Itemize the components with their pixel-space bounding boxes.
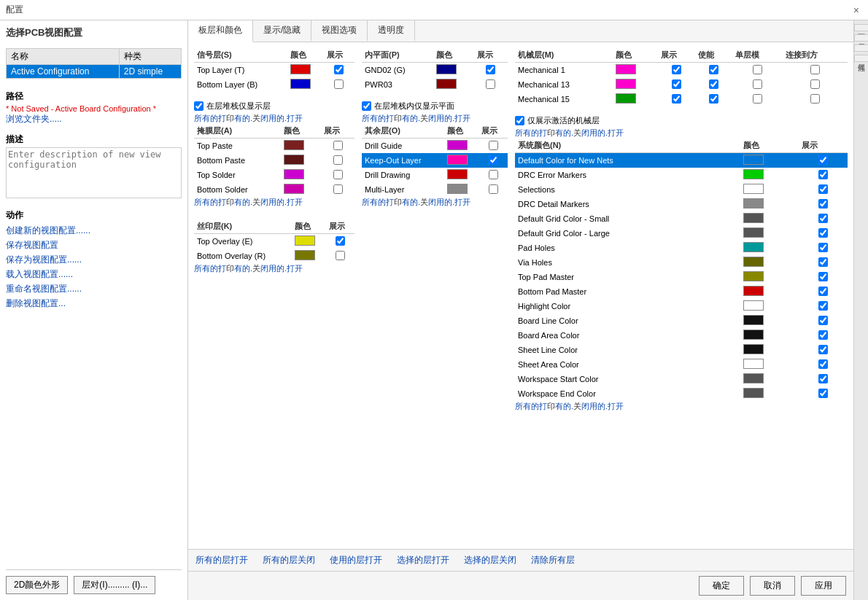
browse-link[interactable]: 浏览文件夹..... xyxy=(6,113,182,125)
layer-display-cell[interactable] xyxy=(478,153,508,168)
layer-display-cell[interactable] xyxy=(799,284,848,299)
layer-single-cell[interactable] xyxy=(732,77,783,92)
silk-link[interactable]: 所有的打印有的.关闭用的.打开 xyxy=(194,263,354,274)
bottom-action[interactable]: 使用的层打开 xyxy=(330,554,382,566)
layer-display-cell[interactable] xyxy=(799,226,848,241)
tab-显示/隐藏[interactable]: 显示/隐藏 xyxy=(253,20,311,42)
mask-checkbox[interactable] xyxy=(194,101,204,111)
single-checkbox[interactable] xyxy=(753,79,762,89)
layer-single-cell[interactable] xyxy=(732,92,783,106)
bottom-action[interactable]: 选择的层打开 xyxy=(397,554,449,566)
layer-color-cell[interactable] xyxy=(281,139,321,154)
layer-color-cell[interactable] xyxy=(740,226,799,241)
display-checkbox[interactable] xyxy=(818,287,828,296)
layer-display-cell[interactable] xyxy=(799,343,848,357)
layer-color-cell[interactable] xyxy=(613,77,657,92)
layer-display-cell[interactable] xyxy=(321,182,354,197)
layer-color-cell[interactable] xyxy=(740,168,799,182)
display-checkbox[interactable] xyxy=(672,79,681,89)
single-checkbox[interactable] xyxy=(753,94,762,104)
layer-color-cell[interactable] xyxy=(292,234,326,249)
layer-color-cell[interactable] xyxy=(740,153,799,168)
tab-透明度[interactable]: 透明度 xyxy=(368,20,415,42)
inner-checkbox[interactable] xyxy=(362,101,371,111)
close-button[interactable]: × xyxy=(850,4,862,16)
layer-display-cell[interactable] xyxy=(799,241,848,255)
layer-color-cell[interactable] xyxy=(287,77,324,92)
layer-color-cell[interactable] xyxy=(740,211,799,226)
layer-color-cell[interactable] xyxy=(433,77,474,92)
display-checkbox[interactable] xyxy=(818,316,828,325)
dialog-btn-确定[interactable]: 确定 xyxy=(699,576,744,596)
layer-display-cell[interactable] xyxy=(799,313,848,328)
display-checkbox[interactable] xyxy=(818,199,828,209)
display-checkbox[interactable] xyxy=(818,243,828,252)
layer-display-cell[interactable] xyxy=(321,168,354,182)
layer-display-cell[interactable] xyxy=(478,168,508,182)
display-checkbox[interactable] xyxy=(818,272,828,281)
action-link[interactable]: 重命名视图配置...... xyxy=(6,283,182,295)
layer-display-cell[interactable] xyxy=(799,182,848,197)
display-checkbox[interactable] xyxy=(818,170,828,179)
layer-color-cell[interactable] xyxy=(740,299,799,313)
layer-color-cell[interactable] xyxy=(613,92,657,106)
layer-color-cell[interactable] xyxy=(740,197,799,211)
layer-display-cell[interactable] xyxy=(799,153,848,168)
action-link[interactable]: 保存为视图配置...... xyxy=(6,254,182,266)
layer-single-cell[interactable] xyxy=(732,63,783,78)
layer-display-cell[interactable] xyxy=(799,211,848,226)
tab-板层和颜色[interactable]: 板层和颜色 xyxy=(188,20,253,42)
display-checkbox[interactable] xyxy=(333,184,343,194)
layer-color-cell[interactable] xyxy=(281,153,321,168)
layer-display-cell[interactable] xyxy=(324,63,354,78)
layer-display-cell[interactable] xyxy=(658,63,695,78)
layer-display-cell[interactable] xyxy=(658,77,695,92)
display-checkbox[interactable] xyxy=(818,301,828,311)
panel-icon-1[interactable]: 面板 xyxy=(854,24,869,31)
layer-display-cell[interactable] xyxy=(474,63,508,78)
display-checkbox[interactable] xyxy=(489,170,498,179)
display-checkbox[interactable] xyxy=(818,345,828,354)
connect-checkbox[interactable] xyxy=(810,79,820,89)
layer-display-cell[interactable] xyxy=(799,372,848,386)
layer-display-cell[interactable] xyxy=(474,77,508,92)
desc-input[interactable] xyxy=(6,147,182,198)
display-checkbox[interactable] xyxy=(818,214,828,223)
other-link2[interactable]: 所有的打印有的.关闭用的.打开 xyxy=(362,197,508,208)
bottom-action[interactable]: 清除所有层 xyxy=(531,554,575,566)
display-checkbox[interactable] xyxy=(672,94,681,104)
layer-display-cell[interactable] xyxy=(799,197,848,211)
layer-color-cell[interactable] xyxy=(740,386,799,401)
display-checkbox[interactable] xyxy=(818,389,828,398)
enable-checkbox[interactable] xyxy=(709,94,718,104)
display-checkbox[interactable] xyxy=(333,170,343,179)
layer-color-cell[interactable] xyxy=(740,284,799,299)
layer-color-cell[interactable] xyxy=(740,241,799,255)
layer-color-cell[interactable] xyxy=(287,63,324,78)
mask-link1[interactable]: 所有的打印有的.关闭用的.打开 xyxy=(194,113,354,124)
display-checkbox[interactable] xyxy=(333,141,343,150)
dialog-btn-取消[interactable]: 取消 xyxy=(750,576,795,596)
display-checkbox[interactable] xyxy=(818,184,828,194)
layer-connect-cell[interactable] xyxy=(783,92,848,106)
layer-display-cell[interactable] xyxy=(326,249,354,263)
layer-color-cell[interactable] xyxy=(433,63,474,78)
layer-display-cell[interactable] xyxy=(478,182,508,197)
layer-color-cell[interactable] xyxy=(292,249,326,263)
bottom-action[interactable]: 选择的层关闭 xyxy=(464,554,516,566)
connect-checkbox[interactable] xyxy=(810,94,820,104)
layer-color-cell[interactable] xyxy=(444,182,478,197)
display-checkbox[interactable] xyxy=(336,251,345,260)
layer-color-cell[interactable] xyxy=(281,168,321,182)
layer-color-cell[interactable] xyxy=(740,313,799,328)
action-link[interactable]: 载入视图配置...... xyxy=(6,268,182,281)
display-checkbox[interactable] xyxy=(818,359,828,369)
config-row[interactable]: Active Configuration2D simple xyxy=(7,65,182,79)
layer-connect-cell[interactable] xyxy=(783,63,848,78)
display-checkbox[interactable] xyxy=(818,155,828,165)
inner-link1[interactable]: 所有的打印有的.关闭用的.打开 xyxy=(362,113,508,124)
display-checkbox[interactable] xyxy=(818,257,828,267)
layer-color-cell[interactable] xyxy=(740,343,799,357)
display-checkbox[interactable] xyxy=(489,141,498,150)
bottom-action[interactable]: 所有的层打开 xyxy=(195,554,248,566)
